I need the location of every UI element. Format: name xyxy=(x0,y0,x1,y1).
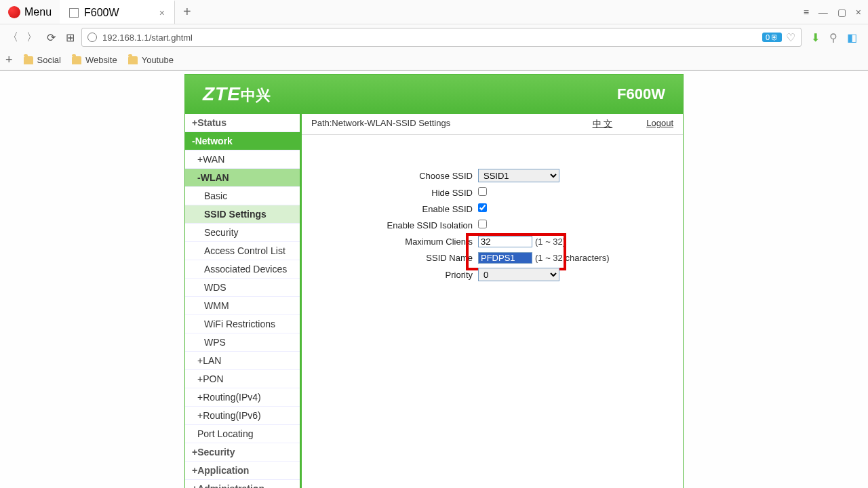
ssid-name-hint: (1 ~ 32 characters) xyxy=(535,253,609,263)
sidebar: +Status -Network +WAN -WLAN Basic SSID S… xyxy=(185,114,302,488)
sidebar-item-application[interactable]: +Application xyxy=(185,462,300,480)
browser-tab[interactable]: F600W × xyxy=(60,0,175,24)
bookmark-icon[interactable]: ⚲ xyxy=(829,31,837,44)
back-button[interactable]: 〈 xyxy=(5,30,20,45)
page-header: ZTE中兴 F600W xyxy=(185,75,683,114)
content-pane: Path:Network-WLAN-SSID Settings 中 文 Logo… xyxy=(302,114,683,488)
download-icon[interactable]: ⬇ xyxy=(811,31,820,44)
sidebar-item-ssid-settings[interactable]: SSID Settings xyxy=(185,205,300,224)
speed-dial-icon[interactable]: ⊞ xyxy=(62,30,77,45)
enable-ssid-checkbox[interactable] xyxy=(478,203,487,212)
heart-icon[interactable]: ♡ xyxy=(786,31,795,44)
hide-ssid-checkbox[interactable] xyxy=(478,187,487,196)
folder-icon xyxy=(72,56,81,64)
router-page: ZTE中兴 F600W +Status -Network +WAN -WLAN … xyxy=(184,74,684,488)
sidebar-item-administration[interactable]: +Administration xyxy=(185,480,300,488)
isolation-label: Enable SSID Isolation xyxy=(315,220,478,230)
sidebar-item-routing-ipv4[interactable]: +Routing(IPv4) xyxy=(185,388,300,407)
ssid-name-input[interactable] xyxy=(478,252,532,264)
tab-title: F600W xyxy=(84,7,119,19)
bookmark-folder-website[interactable]: Website xyxy=(72,55,117,65)
menu-label: Menu xyxy=(24,6,52,18)
sidebar-item-wmm[interactable]: WMM xyxy=(185,297,300,315)
sidebar-toggle-icon[interactable]: ◧ xyxy=(847,31,857,44)
sidebar-item-wds[interactable]: WDS xyxy=(185,279,300,297)
browser-chrome: Menu F600W × + ≡ — ▢ × 〈 〉 ⟳ ⊞ 192.168.1… xyxy=(0,0,868,71)
url-bar[interactable]: 192.168.1.1/start.ghtml 0 ⛨ ♡ xyxy=(81,28,802,47)
opera-icon xyxy=(8,6,20,18)
add-bookmark-button[interactable]: + xyxy=(5,53,13,67)
sidebar-item-pon[interactable]: +PON xyxy=(185,370,300,388)
zte-logo-cn: 中兴 xyxy=(241,87,271,104)
sidebar-item-security-top[interactable]: +Security xyxy=(185,443,300,462)
zte-logo: ZTE xyxy=(203,83,241,104)
sidebar-item-status[interactable]: +Status xyxy=(185,114,300,132)
sidebar-item-network[interactable]: -Network xyxy=(185,132,300,150)
sidebar-item-wifi-restrict[interactable]: WiFi Restrictions xyxy=(185,315,300,333)
sidebar-item-basic[interactable]: Basic xyxy=(185,187,300,205)
breadcrumb-bar: Path:Network-WLAN-SSID Settings 中 文 Logo… xyxy=(302,114,683,135)
choose-ssid-select[interactable]: SSID1 xyxy=(478,169,559,182)
tab-bar: Menu F600W × + ≡ — ▢ × xyxy=(0,0,868,24)
window-controls: ≡ — ▢ × xyxy=(804,7,868,18)
new-tab-button[interactable]: + xyxy=(175,4,199,20)
bookmark-folder-youtube[interactable]: Youtube xyxy=(128,55,174,65)
priority-select[interactable]: 0 xyxy=(478,268,559,281)
sidebar-item-acl[interactable]: Access Control List xyxy=(185,242,300,260)
page-icon xyxy=(69,8,79,18)
ad-block-badge[interactable]: 0 ⛨ xyxy=(762,33,782,42)
folder-icon xyxy=(128,56,138,64)
folder-icon xyxy=(24,56,33,64)
sidebar-item-port-locating[interactable]: Port Locating xyxy=(185,425,300,443)
bookmark-bar: + Social Website Youtube xyxy=(0,50,868,70)
sidebar-item-wps[interactable]: WPS xyxy=(185,333,300,352)
bookmark-folder-social[interactable]: Social xyxy=(24,55,61,65)
close-tab-icon[interactable]: × xyxy=(159,7,165,18)
menu-lines-icon[interactable]: ≡ xyxy=(804,7,809,18)
close-window-icon[interactable]: × xyxy=(856,7,861,18)
url-text: 192.168.1.1/start.ghtml xyxy=(102,33,757,43)
reload-button[interactable]: ⟳ xyxy=(43,30,58,45)
sidebar-item-lan[interactable]: +LAN xyxy=(185,352,300,370)
choose-ssid-label: Choose SSID xyxy=(315,171,478,181)
sidebar-item-wlan[interactable]: -WLAN xyxy=(185,169,300,187)
sidebar-item-assoc-devices[interactable]: Associated Devices xyxy=(185,260,300,279)
minimize-icon[interactable]: — xyxy=(818,7,828,18)
max-clients-input[interactable] xyxy=(478,236,532,247)
language-link[interactable]: 中 文 xyxy=(593,118,613,130)
product-name: F600W xyxy=(617,85,665,103)
hide-ssid-label: Hide SSID xyxy=(315,188,478,198)
breadcrumb: Path:Network-WLAN-SSID Settings xyxy=(311,118,450,130)
sidebar-item-security[interactable]: Security xyxy=(185,224,300,242)
sidebar-item-wan[interactable]: +WAN xyxy=(185,150,300,169)
isolation-checkbox[interactable] xyxy=(478,220,487,228)
logout-link[interactable]: Logout xyxy=(646,118,673,130)
enable-ssid-label: Enable SSID xyxy=(315,204,478,214)
ssid-name-label: SSID Name xyxy=(315,253,478,263)
menu-button[interactable]: Menu xyxy=(0,2,60,22)
form-area: Choose SSID SSID1 Hide SSID Enable SSID … xyxy=(302,135,683,299)
max-clients-hint: (1 ~ 32) xyxy=(535,237,566,247)
globe-icon xyxy=(87,33,97,42)
nav-bar: 〈 〉 ⟳ ⊞ 192.168.1.1/start.ghtml 0 ⛨ ♡ ⬇ … xyxy=(0,24,868,50)
forward-button[interactable]: 〉 xyxy=(24,30,39,45)
maximize-icon[interactable]: ▢ xyxy=(837,7,846,18)
sidebar-item-routing-ipv6[interactable]: +Routing(IPv6) xyxy=(185,407,300,425)
priority-label: Priority xyxy=(315,270,478,280)
max-clients-label: Maximum Clients xyxy=(315,237,478,247)
